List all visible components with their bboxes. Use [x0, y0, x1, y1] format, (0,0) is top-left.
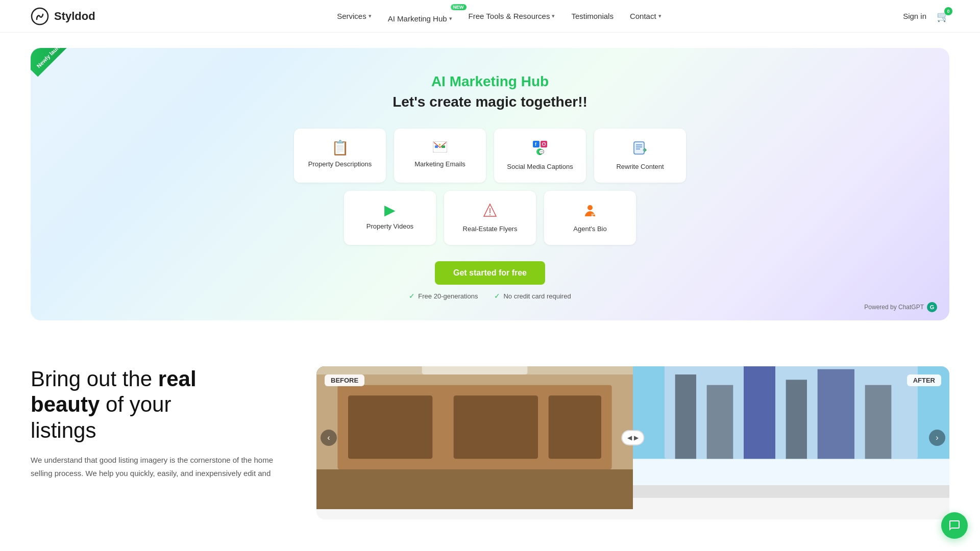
newly-launched-label: Newly launched — [31, 48, 77, 77]
svg-rect-40 — [633, 485, 949, 498]
before-label: BEFORE — [325, 374, 364, 386]
tool-card-property-videos[interactable]: ▶ Property Videos — [344, 191, 436, 245]
svg-rect-37 — [818, 369, 854, 459]
svg-rect-26 — [454, 395, 538, 459]
svg-rect-36 — [786, 380, 807, 459]
lower-text: Bring out the real beauty of yourlisting… — [31, 366, 286, 480]
real-estate-flyers-icon — [483, 203, 497, 220]
nav-links: Services ▾ AI Marketing Hub NEW ▾ Free T… — [337, 9, 661, 23]
real-estate-flyers-label: Real-Estate Flyers — [463, 225, 518, 233]
comparison-handle[interactable]: ◀ ▶ — [621, 430, 644, 445]
property-videos-label: Property Videos — [366, 222, 413, 230]
cta-check-1: ✓ Free 20-generations — [409, 292, 478, 300]
hero-content: AI Marketing Hub Let's create magic toge… — [51, 73, 929, 300]
nav-item-ai-marketing[interactable]: AI Marketing Hub NEW ▾ — [388, 9, 452, 23]
svg-rect-35 — [744, 366, 775, 459]
before-after-next-button[interactable]: › — [929, 430, 945, 446]
tools-row1: 📋 Property Descriptions Marketing Emails — [51, 129, 929, 183]
social-media-icon: f 💬 — [533, 141, 547, 158]
cart-button[interactable]: 🛒 0 — [937, 10, 949, 22]
title-bold1: real — [158, 367, 197, 391]
nav-label-ai-marketing: AI Marketing Hub — [388, 14, 447, 23]
svg-rect-33 — [675, 374, 696, 459]
chevron-down-icon: ▾ — [658, 13, 662, 19]
marketing-emails-label: Marketing Emails — [414, 160, 465, 168]
cta-section: Get started for free ✓ Free 20-generatio… — [51, 261, 929, 300]
svg-rect-3 — [439, 144, 440, 145]
nav-item-services[interactable]: Services ▾ — [337, 12, 372, 20]
chevron-down-icon: ▾ — [449, 15, 452, 22]
powered-by: Powered by ChatGPT G — [864, 302, 937, 312]
hero-section: Newly launched AI Marketing Hub Let's cr… — [31, 48, 949, 320]
newly-launched-banner: Newly launched — [31, 48, 77, 94]
nav-item-free-tools[interactable]: Free Tools & Resources ▾ — [469, 12, 555, 20]
svg-rect-7 — [541, 141, 547, 147]
svg-rect-34 — [707, 385, 733, 459]
cta-check-1-label: Free 20-generations — [418, 292, 478, 300]
svg-rect-38 — [865, 385, 892, 459]
tool-card-social-media-captions[interactable]: f 💬 Social Media Captions — [494, 129, 586, 183]
nav-label-free-tools: Free Tools & Resources — [469, 12, 550, 20]
nav-item-testimonials[interactable]: Testimonials — [571, 12, 614, 20]
property-descriptions-icon: 📋 — [331, 141, 349, 155]
svg-rect-23 — [316, 469, 633, 509]
before-after-section: BEFORE AFTER — [316, 366, 949, 519]
chatgpt-icon: G — [927, 302, 937, 312]
lower-title: Bring out the real beauty of yourlisting… — [31, 366, 286, 443]
hero-title: Let's create magic together!! — [51, 94, 929, 110]
chevron-down-icon: ▾ — [552, 13, 555, 19]
agents-bio-icon — [583, 203, 597, 220]
title-bold2: beauty — [31, 392, 100, 416]
cta-check-2: ✓ No credit card required — [494, 292, 571, 300]
logo[interactable]: Styldod — [31, 7, 95, 26]
property-videos-icon: ▶ — [384, 203, 396, 217]
before-after-prev-button[interactable]: ‹ — [321, 430, 337, 446]
title-plain: Bring out the — [31, 367, 158, 391]
tools-row2: ▶ Property Videos Real-Estate Flyers — [51, 191, 929, 245]
chevron-down-icon: ▾ — [369, 13, 372, 19]
new-badge: NEW — [451, 4, 467, 10]
svg-point-9 — [545, 143, 546, 144]
cart-badge: 0 — [944, 7, 952, 15]
tool-card-real-estate-flyers[interactable]: Real-Estate Flyers — [444, 191, 536, 245]
sign-in-button[interactable]: Sign in — [903, 12, 926, 20]
svg-rect-4 — [442, 145, 445, 148]
lower-section: Bring out the real beauty of yourlisting… — [0, 336, 980, 519]
svg-rect-12 — [634, 142, 644, 154]
agents-bio-label: Agent's Bio — [573, 225, 606, 233]
rewrite-icon — [633, 141, 647, 158]
tool-card-property-descriptions[interactable]: 📋 Property Descriptions — [294, 129, 386, 183]
get-started-button[interactable]: Get started for free — [435, 261, 545, 285]
svg-point-19 — [587, 205, 593, 210]
check-icon-2: ✓ — [494, 292, 500, 300]
hero-subtitle: AI Marketing Hub — [51, 73, 929, 90]
after-image — [633, 366, 949, 509]
nav-actions: Sign in 🛒 0 — [903, 10, 949, 22]
svg-rect-29 — [422, 366, 528, 374]
nav-label-testimonials: Testimonials — [571, 12, 614, 20]
navbar: Styldod Services ▾ AI Marketing Hub NEW … — [0, 0, 980, 33]
social-media-label: Social Media Captions — [507, 163, 573, 170]
svg-text:💬: 💬 — [538, 149, 545, 155]
nav-label-contact: Contact — [630, 12, 656, 20]
tool-card-rewrite-content[interactable]: Rewrite Content — [594, 129, 686, 183]
marketing-emails-icon — [433, 141, 447, 155]
check-icon-1: ✓ — [409, 292, 415, 300]
after-label: AFTER — [907, 374, 941, 386]
powered-by-text: Powered by ChatGPT — [864, 304, 924, 311]
lower-description: We understand that good listing imagery … — [31, 454, 286, 480]
nav-label-services: Services — [337, 12, 366, 20]
tool-card-agents-bio[interactable]: Agent's Bio — [544, 191, 636, 245]
logo-text: Styldod — [54, 10, 95, 23]
svg-rect-2 — [435, 145, 438, 148]
logo-icon — [31, 7, 49, 26]
svg-rect-25 — [348, 395, 432, 459]
property-descriptions-label: Property Descriptions — [308, 160, 372, 168]
cta-check-2-label: No credit card required — [503, 292, 571, 300]
nav-item-contact[interactable]: Contact ▾ — [630, 12, 662, 20]
svg-point-18 — [489, 214, 491, 215]
svg-rect-27 — [549, 395, 601, 459]
before-image — [316, 366, 633, 509]
rewrite-label: Rewrite Content — [616, 163, 664, 170]
tool-card-marketing-emails[interactable]: Marketing Emails — [394, 129, 486, 183]
